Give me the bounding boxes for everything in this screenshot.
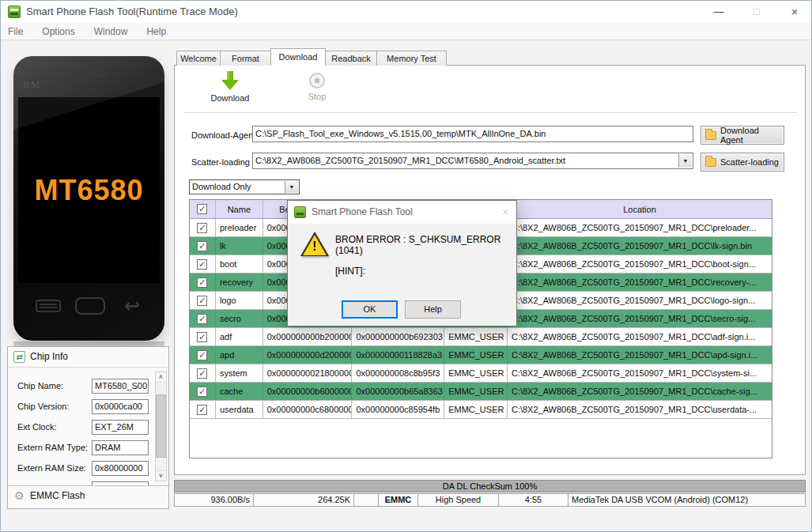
combo-dropdown-icon[interactable]: ▼	[678, 154, 692, 168]
table-row[interactable]: ✓ adf 0x000000000b200000 0x000000000b692…	[190, 328, 772, 346]
row-checkbox[interactable]: ✓	[197, 332, 207, 342]
menu-bar: File Options Window Help	[1, 23, 811, 40]
row-checkbox[interactable]: ✓	[197, 296, 207, 306]
download-agent-button[interactable]: Download Agent	[701, 126, 784, 145]
chip-name-label: Chip Name:	[17, 381, 63, 391]
row-checkbox[interactable]: ✓	[197, 223, 207, 233]
folder-icon	[705, 158, 716, 167]
dialog-close-icon[interactable]: ×	[502, 201, 508, 224]
tab-format[interactable]: Format	[220, 51, 271, 66]
panel-divider	[8, 485, 168, 486]
error-message: BROM ERROR : S_CHKSUM_ERROR (1041)	[335, 234, 516, 256]
help-button[interactable]: Help	[405, 300, 461, 319]
download-agent-input[interactable]: C:\SP_Flash_Tool_exe_Windows_v5.1515.00_…	[252, 126, 693, 142]
chip-name-row: Chip Name: MT6580_S00	[8, 379, 168, 394]
title-bar: Smart Phone Flash Tool(Runtime Trace Mod…	[1, 1, 811, 23]
download-mode-value: Download Only	[192, 182, 251, 191]
status-speed: 936.00B/s	[175, 494, 254, 506]
status-bar: 936.00B/s 264.25K EMMC High Speed 4:55 M…	[174, 493, 806, 507]
gear-icon: ⚙	[14, 489, 25, 502]
phone-speaker	[75, 74, 105, 77]
folder-icon	[705, 131, 716, 140]
app-window: Smart Phone Flash Tool(Runtime Trace Mod…	[0, 0, 812, 532]
emmc-flash-label: EMMC Flash	[30, 490, 85, 501]
tab-download[interactable]: Download	[270, 48, 326, 66]
header-location[interactable]: Location	[508, 200, 772, 218]
row-checkbox[interactable]: ✓	[197, 241, 207, 251]
select-all-checkbox[interactable]: ✓	[197, 204, 207, 214]
menu-options[interactable]: Options	[32, 26, 84, 37]
tab-strip: Welcome Format Download Readback Memory …	[176, 48, 446, 66]
stop-button-label: Stop	[289, 92, 345, 101]
error-hint: [HINT]:	[335, 266, 365, 277]
chip-name-value: MT6580_S00	[92, 379, 149, 394]
select-all-cell: ✓	[190, 200, 216, 218]
table-row[interactable]: ✓ apd 0x000000000d200000 0x0000000011882…	[190, 346, 772, 364]
header-name[interactable]: Name	[216, 200, 263, 218]
phone-image: BM MT6580 ↩	[13, 56, 164, 341]
phone-menu-icon	[36, 300, 61, 312]
toolbar-separator	[184, 112, 797, 113]
download-agent-button-label: Download Agent	[720, 126, 784, 145]
stop-button[interactable]: Stop	[289, 71, 345, 101]
ram-size-value: 0x80000000	[92, 461, 149, 476]
scroll-down-icon[interactable]: ∨	[156, 470, 166, 481]
maximize-button-icon[interactable]: □	[743, 1, 770, 23]
row-checkbox[interactable]: ✓	[197, 314, 207, 324]
status-blank	[354, 494, 379, 506]
menu-help[interactable]: Help	[137, 26, 176, 37]
download-agent-label: Download-Agent	[191, 130, 255, 140]
phone-back-icon: ↩	[124, 295, 140, 317]
row-checkbox[interactable]: ✓	[197, 277, 207, 288]
scatter-loading-button[interactable]: Scatter-loading	[701, 153, 784, 172]
tab-readback[interactable]: Readback	[325, 51, 377, 66]
status-size: 264.25K	[254, 494, 354, 506]
row-checkbox[interactable]: ✓	[197, 387, 207, 397]
ok-button[interactable]: OK	[342, 300, 398, 319]
row-checkbox[interactable]: ✓	[197, 368, 207, 379]
minimize-button-icon[interactable]: —	[705, 1, 732, 23]
status-time: 4:55	[499, 494, 568, 506]
scroll-up-icon[interactable]: ∧	[156, 372, 166, 383]
table-row[interactable]: ✓ system 0x0000000021800000 0x000000008c…	[190, 364, 772, 383]
row-checkbox[interactable]: ✓	[197, 259, 207, 270]
app-icon	[8, 6, 21, 18]
menu-window[interactable]: Window	[85, 26, 138, 37]
phone-brand: BM	[23, 78, 40, 91]
chip-info-title: Chip Info	[30, 347, 68, 367]
row-checkbox[interactable]: ✓	[197, 405, 207, 415]
close-button-icon[interactable]: ×	[781, 1, 808, 23]
phone-home-icon	[75, 297, 105, 315]
table-row[interactable]: ✓ cache 0x00000000b6000000 0x00000000b65…	[190, 383, 772, 401]
app-icon	[294, 206, 306, 218]
scatter-file-combo[interactable]: C:\8X2_AW806B_ZC500TG_20150907_MR1_DCC\M…	[252, 153, 693, 169]
ram-type-label: Extern RAM Type:	[17, 443, 88, 452]
tab-memory-test[interactable]: Memory Test	[376, 51, 447, 66]
download-button[interactable]: Download	[198, 71, 262, 103]
chip-info-scrollbar[interactable]: ∧ ∨	[155, 372, 167, 481]
download-arrow-icon	[221, 71, 239, 90]
combo-dropdown-icon[interactable]: ▼	[285, 181, 298, 193]
chip-info-header: ⇄ Chip Info	[8, 347, 168, 368]
status-port: MediaTek DA USB VCOM (Android) (COM12)	[568, 494, 805, 506]
ram-size-label: Extern RAM Size:	[17, 463, 86, 473]
menu-file[interactable]: File	[1, 26, 32, 37]
row-checkbox[interactable]: ✓	[197, 350, 207, 360]
ram-type-row: Extern RAM Type: DRAM	[8, 440, 168, 455]
chip-version-row: Chip Version: 0x0000ca00	[8, 399, 168, 414]
dialog-title-bar: Smart Phone Flash Tool ×	[288, 201, 516, 224]
ram-type-value: DRAM	[92, 440, 149, 455]
chip-info-panel: ⇄ Chip Info Chip Name: MT6580_S00 Chip V…	[7, 346, 169, 509]
scrollbar-thumb[interactable]	[156, 394, 166, 458]
phone-nav-bar: ↩	[13, 295, 164, 319]
stop-icon	[309, 73, 325, 89]
error-dialog: Smart Phone Flash Tool × ! BROM ERROR : …	[287, 200, 517, 325]
scatter-loading-button-label: Scatter-loading	[720, 157, 779, 167]
table-row[interactable]: ✓ userdata 0x00000000c6800000 0x00000000…	[190, 401, 772, 419]
chip-version-label: Chip Version:	[17, 402, 69, 411]
chip-version-value: 0x0000ca00	[92, 399, 149, 414]
warning-icon: !	[300, 232, 329, 257]
download-mode-combo[interactable]: Download Only ▼	[189, 179, 300, 194]
tab-welcome[interactable]: Welcome	[176, 51, 221, 66]
chip-info-icon: ⇄	[13, 351, 25, 363]
